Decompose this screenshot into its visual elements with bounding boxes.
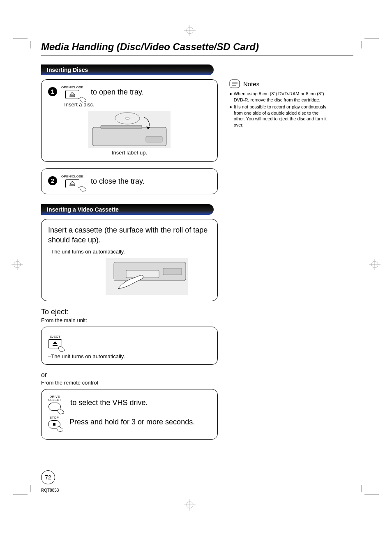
section-heading-discs: Inserting Discs (41, 64, 214, 75)
crop-mark-tl (13, 29, 33, 48)
from-main-unit-text: From the main unit: (41, 317, 218, 323)
svg-rect-29 (70, 185, 75, 186)
svg-point-25 (125, 117, 129, 120)
note-item: ●When using 8 cm (3") DVD-RAM or 8 cm (3… (229, 91, 328, 103)
finger-icon (57, 345, 66, 352)
eject-icon (65, 90, 79, 99)
cassette-main-text: Insert a cassette (the surface with the … (48, 225, 211, 245)
svg-marker-20 (70, 92, 75, 95)
notes-head-text: Notes (243, 81, 259, 88)
eject-icon (65, 179, 79, 188)
cassette-box: Insert a cassette (the surface with the … (41, 219, 218, 301)
eject-unit-box: EJECT –The unit turns on automatically. (41, 327, 218, 365)
eject-remote-box: DRIVE SELECT to select the VHS drive. ST… (41, 389, 218, 440)
finger-icon (56, 408, 65, 415)
bullet-icon: ● (229, 104, 232, 128)
svg-rect-27 (146, 136, 162, 142)
notes-icon (229, 79, 240, 88)
open-close-label-2: OPEN/CLOSE (61, 175, 83, 178)
registration-target-left (12, 259, 23, 272)
finger-icon (55, 425, 65, 433)
svg-rect-23 (101, 125, 142, 129)
step-1-text: to open the tray. (91, 85, 144, 97)
eject-sub-text: –The unit turns on automatically. (48, 353, 211, 359)
from-remote-text: From the remote control (41, 380, 218, 386)
svg-rect-32 (163, 268, 182, 275)
stop-text: Press and hold for 3 or more seconds. (69, 418, 195, 426)
registration-target-right (369, 259, 380, 272)
crop-mark-tr (359, 29, 379, 48)
svg-marker-28 (70, 181, 75, 184)
drive-select-text: to select the VHS drive. (70, 398, 148, 407)
svg-marker-33 (53, 341, 58, 344)
bullet-icon: ● (229, 91, 232, 103)
step-2-text: to close the tray. (91, 175, 145, 186)
open-close-button-1: OPEN/CLOSE (61, 85, 83, 99)
section-heading-cassette: Inserting a Video Cassette (41, 204, 214, 215)
step-box-1: 1 OPEN/CLOSE to open the tray. –Insert a… (41, 79, 218, 162)
finger-icon (78, 96, 88, 103)
registration-target-top (184, 25, 196, 38)
page-number: 72 (41, 470, 55, 484)
note-item: ●It is not possible to record or play co… (229, 104, 328, 128)
cassette-sub-text: –The unit turns on automatically. (48, 249, 211, 255)
notes-list: ●When using 8 cm (3") DVD-RAM or 8 cm (3… (229, 91, 328, 128)
finger-icon (78, 185, 88, 192)
open-close-label: OPEN/CLOSE (61, 85, 83, 89)
step-number-1: 1 (48, 87, 57, 96)
crop-mark-bl (13, 485, 33, 504)
page-title: Media Handling (Disc/Video Cassette/SD C… (41, 41, 353, 55)
registration-target-bottom (184, 499, 196, 512)
crop-mark-br (359, 485, 379, 504)
stop-button: STOP (48, 416, 60, 428)
notes-heading: Notes (229, 79, 328, 88)
player-with-disc-illustration (88, 111, 171, 148)
drive-select-button: DRIVE SELECT (48, 395, 61, 411)
insert-label-up-caption: Insert label-up. (48, 150, 211, 156)
left-column: Inserting Discs 1 OPEN/CLOSE to open the… (41, 64, 218, 446)
stop-label: STOP (50, 416, 59, 419)
eject-label: EJECT (50, 335, 60, 339)
drive-select-label: DRIVE SELECT (48, 395, 61, 402)
open-close-button-2: OPEN/CLOSE (61, 175, 83, 188)
cassette-insert-illustration (106, 258, 188, 295)
step-box-2: 2 OPEN/CLOSE to close the tray. (41, 168, 218, 194)
right-column: Notes ●When using 8 cm (3") DVD-RAM or 8… (229, 64, 328, 446)
step-number-2: 2 (48, 176, 57, 185)
svg-rect-21 (70, 96, 75, 97)
to-eject-heading: To eject: (41, 308, 218, 316)
eject-button: EJECT (48, 335, 62, 348)
page-content: Media Handling (Disc/Video Cassette/SD C… (41, 41, 353, 485)
document-code: RQT8853 (41, 487, 59, 493)
or-text: or (41, 371, 218, 379)
